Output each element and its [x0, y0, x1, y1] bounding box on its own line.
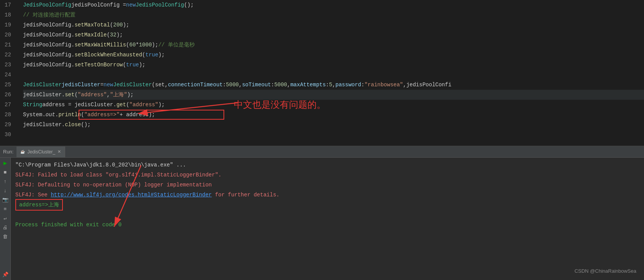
pin-button[interactable]: 📌	[2, 271, 9, 278]
slf4j-error-2: SLF4J: Defaulting to no-operation (NOP) …	[15, 180, 212, 190]
line-num-28: 28	[5, 110, 15, 120]
address-output-box: address=>上海	[15, 199, 63, 211]
process-finished-text: Process finished with exit code 0	[15, 220, 122, 230]
line-num-22: 22	[5, 50, 15, 60]
code-line-22: jedisPoolConfig.setBlockWhenExhausted(tr…	[23, 50, 644, 60]
line-num-20: 20	[5, 30, 15, 40]
output-line-java-path: "C:\Program Files\Java\jdk1.8.0_202\bin\…	[15, 160, 639, 170]
line-num-23: 23	[5, 60, 15, 70]
line-numbers: 17 18 19 20 21 22 23 24 25 26 27 28 29 3…	[0, 0, 19, 146]
scroll-up-button[interactable]: ↑	[2, 178, 9, 185]
code-line-20: jedisPoolConfig.setMaxIdle(32);	[23, 30, 644, 40]
slf4j-link[interactable]: http://www.slf4j.org/codes.html#StaticLo…	[51, 190, 212, 200]
code-line-23: jedisPoolConfig.setTestOnBorrow(true);	[23, 60, 644, 70]
address-output-text: address=>上海	[19, 200, 59, 210]
code-line-26: jedisCluster.set("address", "上海");	[23, 90, 644, 100]
output-line-empty	[15, 210, 639, 220]
run-stop-button[interactable]: ■	[2, 168, 9, 176]
wrap-button[interactable]: ↵	[2, 214, 9, 222]
java-path-text: "C:\Program Files\Java\jdk1.8.0_202\bin\…	[15, 160, 186, 170]
camera-button[interactable]: 📷	[2, 196, 9, 204]
run-play-button[interactable]: ▶	[2, 159, 9, 167]
cn-annotation: 中文也是没有问题的。	[234, 100, 326, 110]
tab-name: JedisCluster_	[27, 149, 55, 155]
run-body: ▶ ■ ↑ ↓ 📷 ≡ ↵ 🖨 🗑 📌 "C:\Program Files\Ja…	[0, 158, 644, 280]
run-panel: Run: ☕ JedisCluster_ ✕ ▶ ■ ↑ ↓ 📷 ≡ ↵ 🖨 🗑…	[0, 146, 644, 280]
line-num-24: 24	[5, 70, 15, 80]
run-label: Run:	[3, 149, 13, 155]
slf4j-see-post: for further details.	[212, 190, 279, 200]
code-line-17: JedisPoolConfig jedisPoolConfig = new Je…	[23, 0, 644, 10]
code-line-27: String address = jedisCluster.get("addre…	[23, 100, 644, 110]
slf4j-error-1: SLF4J: Failed to load class "org.slf4j.i…	[15, 170, 222, 180]
code-line-30	[23, 130, 644, 140]
run-tab-bar: Run: ☕ JedisCluster_ ✕	[0, 146, 644, 158]
line-num-30: 30	[5, 130, 15, 140]
line-num-19: 19	[5, 20, 15, 30]
output-line-process: Process finished with exit code 0	[15, 220, 639, 230]
line-num-27: 27	[5, 100, 15, 110]
output-line-address: address=>上海	[15, 200, 639, 210]
output-line-slf4j-3: SLF4J: See http://www.slf4j.org/codes.ht…	[15, 190, 639, 200]
code-line-24	[23, 70, 644, 80]
tab-close-button[interactable]: ✕	[58, 149, 61, 154]
code-line-25: JedisCluster jedisCluster = new JedisClu…	[23, 80, 644, 90]
line-num-26: 26	[5, 90, 15, 100]
editor-area: 17 18 19 20 21 22 23 24 25 26 27 28 29 3…	[0, 0, 644, 146]
run-output: "C:\Program Files\Java\jdk1.8.0_202\bin\…	[11, 158, 644, 280]
code-line-28: System.out.println("address=>" + address…	[23, 110, 644, 120]
run-tab[interactable]: ☕ JedisCluster_ ✕	[16, 147, 65, 157]
code-line-29: jedisCluster.close();	[23, 120, 644, 130]
line-num-21: 21	[5, 40, 15, 50]
slf4j-see-pre: SLF4J: See	[15, 190, 51, 200]
code-line-19: jedisPoolConfig.setMaxTotal(200);	[23, 20, 644, 30]
print-button[interactable]: 🖨	[2, 224, 9, 231]
output-line-slf4j-2: SLF4J: Defaulting to no-operation (NOP) …	[15, 180, 639, 190]
line-num-29: 29	[5, 120, 15, 130]
output-line-slf4j-1: SLF4J: Failed to load class "org.slf4j.i…	[15, 170, 639, 180]
line-num-17: 17	[5, 0, 15, 10]
tab-icon: ☕	[20, 150, 25, 154]
scroll-down-button[interactable]: ↓	[2, 187, 9, 194]
line-num-25: 25	[5, 80, 15, 90]
align-button[interactable]: ≡	[2, 205, 9, 213]
run-sidebar: ▶ ■ ↑ ↓ 📷 ≡ ↵ 🖨 🗑 📌	[0, 158, 11, 280]
code-content: JedisPoolConfig jedisPoolConfig = new Je…	[19, 0, 644, 146]
code-line-21: jedisPoolConfig.setMaxWaitMillis(60 * 10…	[23, 40, 644, 50]
code-line-18: // 对连接池进行配置	[23, 10, 644, 20]
line-num-18: 18	[5, 10, 15, 20]
trash-button[interactable]: 🗑	[2, 233, 9, 240]
